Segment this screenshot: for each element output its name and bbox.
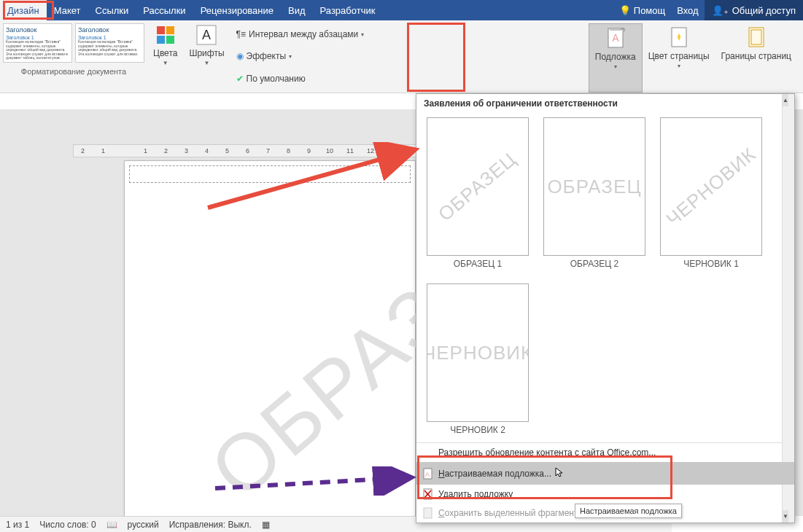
tab-developer[interactable]: Разработчик [313,0,383,20]
share-button[interactable]: 👤₊ Общий доступ [705,0,803,20]
tooltip-custom-watermark: Настраиваемая подложка [575,504,682,518]
page-color-icon [667,26,691,50]
svg-rect-1 [166,26,174,34]
watermark-file-icon: A [422,468,434,480]
tab-view[interactable]: Вид [281,0,313,20]
effects-button[interactable]: ◉ Эффекты ▾ [233,50,368,63]
sign-in[interactable]: Вход [671,5,704,16]
watermark-button[interactable]: A Подложка ▾ [589,23,643,93]
svg-rect-3 [166,36,174,44]
red-arrow-annotation [204,142,430,215]
remove-watermark-icon [422,488,434,500]
tab-layout[interactable]: Макет [47,0,88,20]
set-default-button[interactable]: ✔ По умолчанию [233,72,368,85]
svg-rect-0 [157,26,165,34]
effects-icon: ◉ [236,51,244,61]
menu-remove-watermark[interactable]: Удалить подложку [416,485,794,504]
colors-icon [154,23,177,47]
share-icon: 👤₊ [712,5,729,16]
ribbon-tabs: Дизайн Макет Ссылки Рассылки Рецензирова… [0,0,803,20]
dropdown-section-header: Заявления об ограничении ответственности [416,94,794,113]
svg-text:A: A [425,471,430,478]
watermark-option-draft1[interactable]: ЧЕРНОВИК ЧЕРНОВИК 1 [660,117,762,269]
colors-button[interactable]: Цвета ▼ [147,20,183,93]
svg-line-18 [215,477,412,488]
status-words[interactable]: Число слов: 0 [39,520,96,530]
chevron-down-icon: ▾ [614,63,617,70]
purple-arrow-annotation [212,466,423,496]
style-thumb-1[interactable]: Заголовок Заголовок 1 Коллекция на вклад… [3,23,72,63]
watermark-icon: A [604,27,627,50]
tab-review[interactable]: Рецензирование [193,0,281,20]
watermark-option-draft2[interactable]: ЧЕРНОВИК ЧЕРНОВИК 2 [427,283,529,435]
fonts-icon: A [195,23,218,47]
watermark-option-sample1[interactable]: ОБРАЗЕЦ ОБРАЗЕЦ 1 [427,117,529,269]
formatting-group-label: Форматирование документа [0,66,147,77]
status-track-changes[interactable]: Исправления: Выкл. [169,520,252,530]
chevron-down-icon: ▼ [163,60,168,66]
page-borders-button[interactable]: Границы страниц [715,23,797,93]
svg-text:A: A [612,32,619,44]
paragraph-spacing-button[interactable]: ¶≡ Интервал между абзацами ▾ [233,28,368,41]
fonts-button[interactable]: A Шрифты ▼ [183,20,230,93]
spelling-icon[interactable]: 📖 [106,520,117,530]
menu-custom-watermark[interactable]: A Настраиваемая подложка... [416,462,794,485]
status-language[interactable]: русский [128,520,159,530]
cursor-icon [554,466,565,480]
share-label: Общий доступ [732,5,796,16]
check-icon: ✔ [236,74,244,84]
watermark-dropdown: ▲ ▼ Заявления об ограничении ответственн… [416,93,795,523]
svg-rect-2 [157,36,165,44]
tab-design[interactable]: Дизайн [0,0,47,20]
ribbon-content: Заголовок Заголовок 1 Коллекция на вклад… [0,20,803,93]
status-page[interactable]: 1 из 1 [6,520,29,530]
page-color-button[interactable]: Цвет страницы ▾ [643,23,715,93]
chevron-down-icon: ▾ [289,53,292,60]
document-formatting-gallery[interactable]: Заголовок Заголовок 1 Коллекция на вклад… [0,20,147,66]
page-borders-icon [745,26,768,50]
scroll-up-button[interactable]: ▲ [783,94,788,106]
lightbulb-icon: 💡 [619,5,631,16]
paragraph-spacing-icon: ¶≡ [236,29,246,39]
tell-me[interactable]: 💡 Помощ [613,5,671,16]
menu-more-office[interactable]: Разрешить обновление контента с сайта Of… [416,443,794,462]
chevron-down-icon: ▾ [678,63,680,69]
tab-references[interactable]: Ссылки [88,0,136,20]
macro-icon[interactable]: ▦ [262,520,270,530]
save-selection-icon [422,507,434,519]
watermark-option-sample2[interactable]: ОБРАЗЕЦ ОБРАЗЕЦ 2 [543,117,645,269]
tab-mailings[interactable]: Рассылки [136,0,193,20]
chevron-down-icon: ▾ [361,31,364,38]
tell-me-label: Помощ [634,5,665,16]
chevron-down-icon: ▼ [204,60,210,66]
svg-text:A: A [202,28,211,42]
style-thumb-2[interactable]: Заголовок Заголовок 1 Коллекция на вклад… [75,23,144,63]
svg-rect-16 [424,508,432,518]
svg-line-17 [208,149,416,208]
